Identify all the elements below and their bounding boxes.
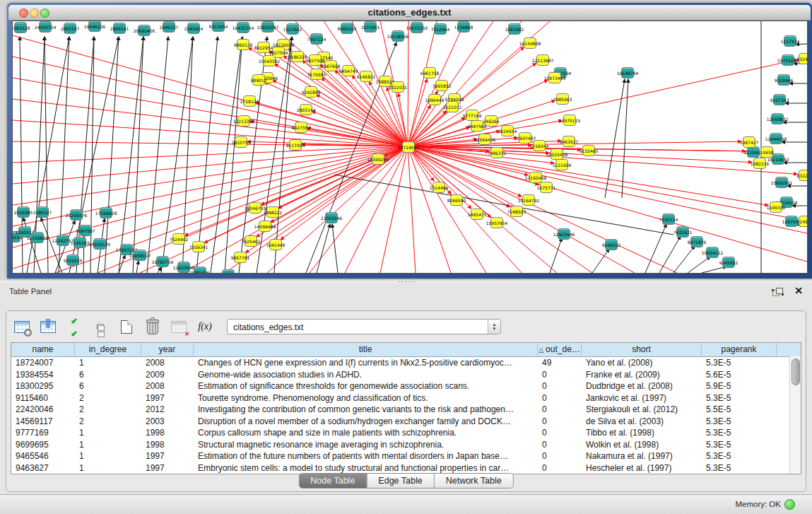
graph-node[interactable]: 1145193 [73,237,86,248]
table-row[interactable]: 1938455462009Genome-wide association stu… [11,369,801,381]
graph-node[interactable]: 10654112 [706,247,719,258]
graph-node[interactable]: 10653287 [261,21,274,33]
graph-node[interactable]: 7248503 [510,206,523,217]
graph-node[interactable]: 9777169 [466,110,478,121]
graph-node[interactable]: 7486372 [490,147,503,158]
tab-edge-table[interactable]: Edge Table [366,474,433,488]
graph-node[interactable]: 9322031 [392,81,404,93]
function-builder-button[interactable]: f(x) [196,318,213,335]
graph-node[interactable]: 20891406 [138,25,151,36]
graph-node[interactable]: 20206576 [70,209,83,221]
graph-node[interactable]: 7957224 [310,33,323,45]
graph-node[interactable]: 1624554 [501,125,514,136]
network-canvas[interactable]: 1872400718300295106312824055724206310719… [12,21,808,274]
graph-node[interactable]: 12923448 [177,262,190,273]
graph-node[interactable]: 9097587 [79,225,92,236]
graph-node[interactable]: 11156869 [31,232,44,243]
graph-node[interactable]: 9227343 [773,94,786,105]
graph-node[interactable]: 20564436 [478,134,491,145]
graph-node[interactable]: 12923446 [558,228,570,240]
graph-node[interactable]: 9280406 [194,267,206,274]
graph-node[interactable]: 9117004 [289,139,302,151]
graph-node[interactable]: 2809141 [113,23,126,34]
column-header-title[interactable]: title [194,343,538,356]
graph-node[interactable]: 1990448 [428,94,441,105]
graph-node[interactable]: 8427552 [295,122,307,133]
column-header-name[interactable]: name [11,343,75,356]
graph-node[interactable]: 8313054 [212,21,225,32]
graph-node[interactable]: 16671355 [411,22,423,33]
graph-node[interactable]: 9245652 [722,257,735,268]
graph-node[interactable]: 13505135 [93,238,106,250]
graph-node[interactable]: 9463627 [563,136,575,147]
scrollbar-thumb[interactable] [792,358,800,385]
table-row[interactable]: 969969511998Structural magnetic resonanc… [11,439,801,451]
graph-node[interactable]: 1082216 [753,158,766,169]
column-header-year[interactable]: year [141,343,194,356]
graph-node[interactable]: 9115460 [582,145,595,156]
graph-node[interactable]: 5015515 [66,255,79,266]
graph-node[interactable]: 12444158 [770,133,782,144]
graph-node[interactable]: 7485063 [556,93,569,105]
graph-node[interactable]: 1117534 [784,35,796,47]
graph-node[interactable]: 1691448 [269,239,282,250]
graph-node[interactable]: 2803144 [300,104,312,115]
table-row[interactable]: 946554611997Estimation of the future num… [11,450,801,462]
show-column-button[interactable] [40,318,57,335]
graph-node[interactable]: 6961758 [423,67,436,78]
graph-node[interactable]: 1121072 [446,101,459,112]
graph-node[interactable]: 2718126 [243,95,256,107]
graph-node[interactable]: 832203 [799,170,808,181]
graph-node[interactable]: 924501 [799,216,808,227]
graph-node[interactable]: 9146821 [360,71,372,82]
graph-node[interactable]: 10607487 [519,132,531,144]
graph-node[interactable]: 1498222 [266,206,279,218]
graph-node[interactable]: 12213987 [536,54,549,66]
delete-column-button[interactable] [144,318,161,335]
graph-node[interactable]: 10025458 [551,148,563,160]
graph-node[interactable]: 8912954 [257,42,270,53]
graph-node[interactable]: 2687682 [508,23,521,35]
column-header-in_degree[interactable]: in_degree [75,343,141,356]
graph-node[interactable]: 2526085 [17,206,30,218]
table-row[interactable]: 946362711997Embryonic stem cells: a mode… [11,462,801,474]
graph-node[interactable]: 1109330 [770,201,782,213]
graph-node[interactable]: 2646137 [163,21,175,33]
graph-node[interactable]: 1167537 [785,216,798,227]
table-settings-button[interactable] [13,318,30,335]
graph-node[interactable]: 14099489 [259,221,271,232]
graph-node[interactable]: 9857791 [234,252,247,263]
graph-node[interactable]: 15751024 [782,54,794,66]
graph-node[interactable]: 10164792 [522,194,535,206]
graph-node[interactable]: 12160468 [529,172,542,183]
graph-node-hub[interactable]: 18724007 [402,141,415,153]
graph-node[interactable]: 12975115 [563,115,576,126]
graph-node[interactable]: 8471876 [690,236,703,247]
table-scrollbar[interactable] [789,356,801,474]
graph-node[interactable]: 7625402 [245,235,257,247]
graph-node[interactable]: 7335114 [662,214,675,225]
table-row[interactable]: 977716911998Corpus callosum shape and si… [11,427,801,439]
graph-node[interactable]: 9245012 [605,239,618,250]
graph-node[interactable]: 932458 [799,53,808,64]
graph-node[interactable]: 1063128 [14,22,27,33]
table-row[interactable]: 1456911722003Disruption of a novel membe… [11,416,801,428]
graph-node[interactable]: 1495475 [471,209,483,220]
graph-node[interactable]: 24055724 [39,21,52,33]
float-panel-icon[interactable] [772,287,784,297]
graph-node[interactable]: 9860128 [237,39,249,50]
graph-node[interactable]: 746266 [485,115,498,127]
graph-node[interactable]: 1071915 [364,21,377,33]
graph-node[interactable]: 1527602 [286,23,299,35]
graph-node[interactable]: 17359928 [100,207,112,218]
column-header-out_degree[interactable]: △out_de… [538,343,582,356]
graph-node[interactable]: 19218506 [392,30,404,42]
graph-node[interactable]: 21053346 [325,212,338,223]
graph-node[interactable]: 16046755 [249,202,261,214]
graph-node[interactable]: 1106266 [222,269,235,274]
graph-node[interactable]: 12093832 [771,113,784,124]
graph-node[interactable]: 18300295 [372,153,384,165]
graph-node[interactable]: 16648784 [621,67,634,78]
select-all-columns-button[interactable]: ✔✔ [66,318,83,335]
table-row[interactable]: 1872400712008Changes of HCN gene express… [11,357,801,369]
